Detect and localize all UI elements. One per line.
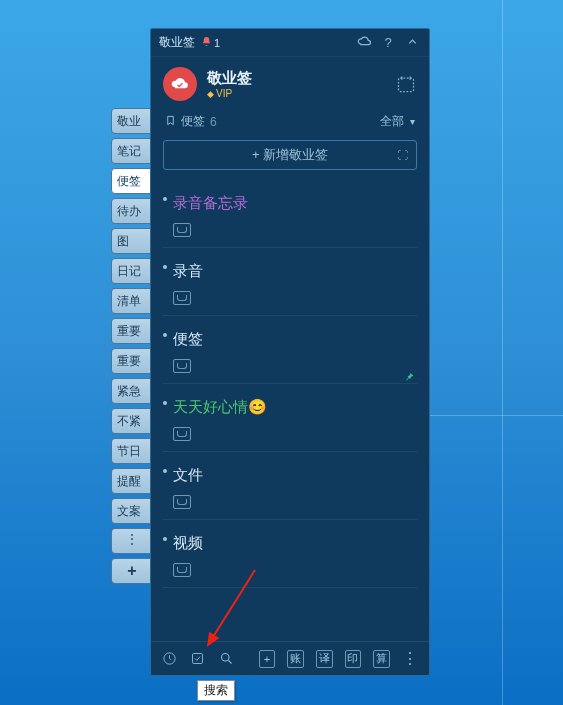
note-item[interactable]: 文件 [163,452,417,520]
desktop-divider-h [423,415,563,416]
side-tab[interactable]: 便签 [111,168,153,194]
footer-calc-button[interactable]: 算 [373,650,390,668]
filter-dropdown[interactable]: 全部 ▾ [380,113,415,130]
bullet-icon [163,469,167,473]
section-header: 便签 6 全部 ▾ [151,109,429,136]
bullet-icon [163,333,167,337]
cloud-sync-icon[interactable] [355,34,373,52]
expand-icon: ⛶ [397,149,408,161]
bullet-icon [163,265,167,269]
side-tab[interactable]: 日记 [111,258,153,284]
attachment-icon [173,427,191,441]
side-tab[interactable]: 图 [111,228,153,254]
side-tab-add[interactable]: + [111,558,153,584]
app-name: 敬业签 [159,34,195,51]
chevron-down-icon: ▾ [410,116,415,127]
note-title: 便签 [173,330,415,349]
search-tooltip: 搜索 [197,680,235,701]
note-item[interactable]: 视频 [163,520,417,588]
side-tab[interactable]: 敬业 [111,108,153,134]
side-tab[interactable]: 清单 [111,288,153,314]
footer-account-button[interactable]: 账 [287,650,304,668]
section-label: 便签 [181,113,205,130]
footer-add-button[interactable]: + [259,650,276,668]
svg-point-3 [221,654,229,662]
side-tab[interactable]: 重要 [111,318,153,344]
note-title: 录音备忘录 [173,194,415,213]
section-count: 6 [210,115,217,129]
note-item[interactable]: 录音 [163,248,417,316]
desktop-divider-v [502,0,503,705]
note-item[interactable]: 录音备忘录 [163,180,417,248]
side-tab-strip: 敬业笔记便签待办图日记清单重要重要紧急不紧节日提醒文案⋮+ [111,108,153,588]
collapse-icon[interactable] [403,35,421,50]
bottom-toolbar: + 账 译 印 算 ⋮ [151,641,429,675]
side-tab[interactable]: 不紧 [111,408,153,434]
bell-count: 1 [214,37,220,49]
history-icon[interactable] [161,650,178,668]
footer-print-button[interactable]: 印 [345,650,362,668]
app-window: 敬业签 1 ? 敬业签 VIP 便签 6 [150,28,430,676]
side-tab[interactable]: 提醒 [111,468,153,494]
help-icon[interactable]: ? [379,35,397,50]
app-header: 敬业签 VIP [151,57,429,109]
attachment-icon [173,359,191,373]
attachment-icon [173,495,191,509]
note-item[interactable]: 天天好心情😊 [163,384,417,452]
bullet-icon [163,401,167,405]
side-tab[interactable]: 待办 [111,198,153,224]
window-titlebar: 敬业签 1 ? [151,29,429,57]
side-tab-more[interactable]: ⋮ [111,528,153,554]
bullet-icon [163,537,167,541]
calendar-icon[interactable] [395,73,417,95]
svg-rect-2 [193,654,203,664]
add-note-label: + 新增敬业签 [252,146,328,164]
side-tab[interactable]: 重要 [111,348,153,374]
vip-badge: VIP [207,88,395,99]
note-title: 视频 [173,534,415,553]
app-logo-icon [163,67,197,101]
bullet-icon [163,197,167,201]
checkbox-icon[interactable] [190,650,207,668]
note-item[interactable]: 便签 [163,316,417,384]
note-title: 录音 [173,262,415,281]
search-icon[interactable] [218,650,235,668]
side-tab[interactable]: 紧急 [111,378,153,404]
filter-label: 全部 [380,114,404,128]
note-title: 天天好心情😊 [173,398,415,417]
notes-list: 录音备忘录录音便签天天好心情😊文件视频 [151,180,429,641]
attachment-icon [173,291,191,305]
footer-more-icon[interactable]: ⋮ [402,649,419,668]
side-tab[interactable]: 节日 [111,438,153,464]
attachment-icon [173,563,191,577]
attachment-icon [173,223,191,237]
bookmark-icon [165,114,176,130]
footer-translate-button[interactable]: 译 [316,650,333,668]
bell-icon[interactable] [201,36,212,50]
side-tab[interactable]: 文案 [111,498,153,524]
note-title: 文件 [173,466,415,485]
header-title: 敬业签 [207,69,395,88]
svg-rect-0 [399,78,414,91]
add-note-button[interactable]: + 新增敬业签 ⛶ [163,140,417,170]
side-tab[interactable]: 笔记 [111,138,153,164]
